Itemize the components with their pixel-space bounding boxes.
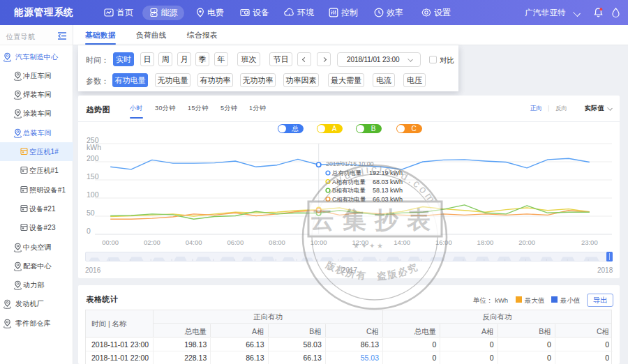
svg-text:B相有功电量: B相有功电量: [332, 187, 366, 194]
svg-text:00:00: 00:00: [102, 238, 119, 246]
svg-text:0: 0: [87, 227, 91, 235]
svg-text:68.03 kWh: 68.03 kWh: [373, 179, 403, 185]
svg-text:150: 150: [87, 172, 99, 181]
svg-text:04:00: 04:00: [186, 238, 202, 246]
svg-text:66.03 kWh: 66.03 kWh: [373, 196, 403, 203]
svg-text:08:00: 08:00: [269, 238, 285, 246]
svg-text:20:00: 20:00: [518, 238, 535, 246]
svg-text:16:00: 16:00: [435, 238, 452, 246]
svg-text:C相有功电量: C相有功电量: [332, 196, 366, 203]
svg-text:14:00: 14:00: [394, 238, 410, 246]
svg-text:A相有功电量: A相有功电量: [332, 179, 366, 185]
svg-text:50: 50: [87, 208, 95, 217]
svg-text:100: 100: [87, 190, 99, 199]
svg-text:200: 200: [87, 154, 99, 162]
svg-text:kWh: kWh: [87, 143, 101, 151]
svg-text:06:00: 06:00: [227, 238, 244, 246]
svg-text:02:00: 02:00: [144, 238, 160, 246]
svg-text:总有功电量: 总有功电量: [331, 169, 362, 176]
svg-text:12:00: 12:00: [352, 238, 369, 246]
svg-text:10:00: 10:00: [311, 238, 327, 246]
svg-text:18:00: 18:00: [477, 238, 494, 246]
svg-text:192.19 kWh: 192.19 kWh: [369, 169, 403, 176]
svg-text:23:00: 23:00: [581, 238, 598, 246]
svg-text:58.13 kWh: 58.13 kWh: [373, 187, 403, 194]
svg-text:2019/01/15 10:00: 2019/01/15 10:00: [326, 160, 374, 167]
